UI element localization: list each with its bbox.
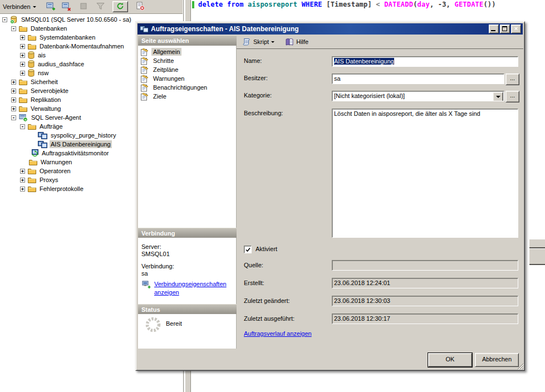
page-icon <box>140 57 149 65</box>
connection-properties-icon <box>142 281 151 290</box>
sql-token: -3 <box>438 1 446 8</box>
stop-button[interactable] <box>78 1 89 12</box>
minimize-icon <box>491 30 495 31</box>
script-button[interactable]: Skript <box>240 36 276 47</box>
tree-item-label[interactable]: Warnungen <box>40 158 73 166</box>
tree-item-label[interactable]: Auftragsaktivitätsmonitor <box>41 149 110 157</box>
expander-icon[interactable]: - <box>20 124 25 129</box>
category-select[interactable]: [Nicht kategorisiert (lokal)] <box>332 91 504 101</box>
ssms-screen: delete from aisposreport WHERE [Timestam… <box>0 0 545 392</box>
tree-item-label[interactable]: Aufträge <box>38 122 64 130</box>
page-item-allgemein[interactable]: Allgemein <box>138 47 236 56</box>
pages-header: Seite auswählen <box>138 35 237 46</box>
dialog-titlebar[interactable]: Auftragseigenschaften - AIS Datenbereini… <box>138 23 523 35</box>
tree-item-label[interactable]: Proxys <box>38 176 60 184</box>
expander-icon[interactable]: - <box>11 115 16 120</box>
name-label: Name: <box>244 57 262 64</box>
connection-value: sa <box>141 270 148 277</box>
sql-token: WHERE <box>302 1 327 8</box>
expander-icon[interactable]: + <box>11 80 16 85</box>
maximize-button[interactable] <box>500 24 510 33</box>
stop-icon <box>80 3 87 11</box>
enabled-checkbox[interactable] <box>244 246 252 253</box>
dropdown-arrow-button[interactable] <box>493 92 503 101</box>
description-textarea[interactable]: Löscht Daten in aisposreport, die älter … <box>332 109 518 238</box>
job-history-link[interactable]: Auftragsverlauf anzeigen <box>244 330 312 337</box>
category-selected-value: [Nicht kategorisiert (lokal)] <box>334 92 405 99</box>
page-item-benachrichtigungen[interactable]: Benachrichtigungen <box>138 83 236 92</box>
tree-item-label[interactable]: Replikation <box>30 96 62 104</box>
page-item-label[interactable]: Zeitpläne <box>151 66 180 74</box>
tree-item-label[interactable]: SQL Server-Agent <box>30 114 82 121</box>
sql-token: , <box>430 1 438 8</box>
tree-item-label[interactable]: Datenbank-Momentaufnahmen <box>38 42 125 50</box>
tree-item-label[interactable]: Fehlerprotokolle <box>38 185 85 193</box>
owner-label: Besitzer: <box>244 75 268 81</box>
tree-item-label[interactable]: nsw <box>37 69 50 77</box>
expander-icon[interactable]: + <box>20 62 25 67</box>
expander-icon[interactable]: + <box>20 178 25 183</box>
owner-input[interactable]: sa <box>332 74 504 84</box>
expander-icon[interactable]: + <box>11 106 16 111</box>
connection-properties-link[interactable]: Verbindungseigenschaften <box>154 281 227 287</box>
category-browse-button[interactable]: ... <box>505 91 519 102</box>
name-input[interactable]: AIS Datenbereinigung <box>332 56 518 67</box>
expander-icon[interactable]: + <box>20 71 25 76</box>
folder-icon <box>19 96 27 104</box>
page-item-label[interactable]: Schritte <box>151 57 175 65</box>
tree-item-label[interactable]: audius_dashface <box>37 60 85 68</box>
tree-item-label-selected[interactable]: AIS Datenbereinigung <box>50 140 112 148</box>
tree-item-label[interactable]: Verwaltung <box>30 105 62 112</box>
expander-icon[interactable]: + <box>20 35 25 40</box>
expander-icon[interactable]: - <box>2 17 7 22</box>
dialog-title-text: Auftragseigenschaften - AIS Datenbereini… <box>151 25 488 33</box>
ok-button[interactable]: OK <box>428 353 472 367</box>
tree-item-label[interactable]: ais <box>37 51 47 59</box>
tree-item-label[interactable]: Datenbanken <box>30 24 68 32</box>
expander-icon[interactable]: + <box>20 53 25 58</box>
page-item-ziele[interactable]: Ziele <box>138 92 236 101</box>
page-item-label[interactable]: Warnungen <box>151 75 186 82</box>
maximize-icon <box>502 26 507 31</box>
created-label: Erstellt: <box>244 280 264 286</box>
close-button[interactable]: × <box>511 24 521 33</box>
filter-button[interactable] <box>95 1 106 12</box>
disconnect-server-button[interactable] <box>60 1 73 12</box>
sql-token: DATEADD <box>384 1 413 8</box>
chevron-down-icon <box>33 6 36 8</box>
help-button[interactable]: Hilfe <box>283 36 310 47</box>
query-editor[interactable]: delete from aisposreport WHERE [Timestam… <box>191 0 545 21</box>
connect-button[interactable]: Verbinden <box>1 1 38 12</box>
tree-item-label[interactable]: syspolicy_purge_history <box>50 131 117 139</box>
page-item-zeitplaene[interactable]: Zeitpläne <box>138 65 236 74</box>
expander-icon[interactable]: - <box>11 26 16 31</box>
expander-icon[interactable]: + <box>20 44 25 49</box>
pages-list: Allgemein Schritte Zeitpläne Warnungen B… <box>138 46 237 228</box>
page-item-label[interactable]: Benachrichtigungen <box>151 84 209 91</box>
tree-item-label[interactable]: Sicherheit <box>30 78 59 86</box>
expander-icon[interactable]: + <box>11 89 16 94</box>
expander-icon[interactable]: + <box>20 169 25 174</box>
connection-panel: Server: SMSQL01 Verbindung: sa Verbindun… <box>138 238 237 304</box>
sql-token: aisposreport <box>248 1 302 8</box>
page-item-label[interactable]: Ziele <box>151 92 168 100</box>
cancel-button[interactable]: Abbrechen <box>475 353 519 367</box>
script-error-button[interactable] <box>134 1 146 12</box>
tree-item-label[interactable]: Systemdatenbanken <box>38 33 96 41</box>
sql-token: ()) <box>483 1 495 8</box>
tree-item-label[interactable]: SMSQL01 (SQL Server 10.50.6560 - sa) <box>20 16 132 23</box>
expander-icon[interactable]: + <box>11 97 16 102</box>
page-item-warnungen[interactable]: Warnungen <box>138 74 236 83</box>
owner-browse-button[interactable]: ... <box>505 74 519 85</box>
tree-item-label[interactable]: Serverobjekte <box>30 87 70 95</box>
folder-icon <box>19 25 27 32</box>
refresh-button[interactable] <box>112 1 128 12</box>
connect-server-button[interactable] <box>44 1 58 12</box>
page-item-label[interactable]: Allgemein <box>151 48 181 56</box>
tree-item-label[interactable]: Operatoren <box>38 167 72 175</box>
page-item-schritte[interactable]: Schritte <box>138 56 236 65</box>
resize-grip[interactable] <box>517 362 524 371</box>
minimize-button[interactable] <box>489 24 499 33</box>
expander-icon[interactable]: + <box>20 187 25 192</box>
connection-properties-link-line2[interactable]: anzeigen <box>154 289 179 296</box>
